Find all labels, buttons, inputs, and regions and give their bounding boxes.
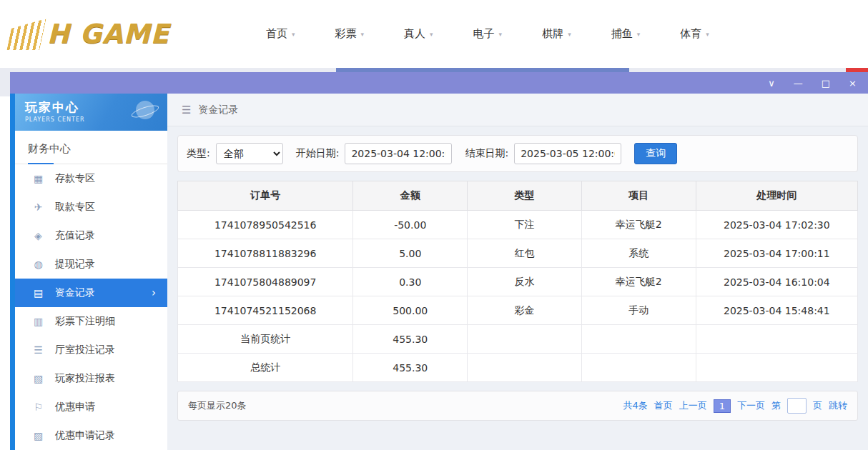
cell-project: 手动 [581, 296, 696, 325]
collapse-icon[interactable]: ∨ [768, 79, 775, 88]
close-icon[interactable]: × [849, 79, 857, 88]
first-page-link[interactable]: 首页 [654, 399, 673, 412]
chevron-down-icon: ▾ [568, 31, 571, 38]
table-header-row: 订单号 金额 类型 项目 处理时间 [178, 181, 858, 211]
deposit-icon: ▦ [32, 173, 44, 184]
prev-page-link[interactable]: 上一页 [679, 399, 707, 412]
table-row-total-summary: 总统计 455.30 [178, 354, 858, 382]
cell-amount: 500.00 [353, 296, 468, 325]
records-table: 订单号 金额 类型 项目 处理时间 1741078950542516 -50.0… [177, 181, 858, 382]
funds-record-icon: ▤ [32, 287, 44, 299]
cell-empty [468, 325, 582, 354]
filter-bar: 类型: 全部 开始日期: 结束日期: 查询 [177, 135, 858, 172]
cell-time: 2025-03-04 17:00:11 [696, 239, 857, 268]
cell-amount: -50.00 [353, 211, 468, 239]
current-page-button[interactable]: 1 [714, 399, 731, 413]
nav-label: 捕鱼 [611, 27, 633, 41]
withdrawal-record-icon: ◍ [32, 259, 44, 270]
next-page-link[interactable]: 下一页 [737, 399, 765, 412]
window-titlebar: ∨ — □ × [10, 72, 868, 94]
logo-bars-icon [6, 19, 46, 50]
sidebar-item-label: 厅室投注记录 [55, 344, 115, 356]
nav-item-fishing[interactable]: 捕鱼 ▾ [611, 27, 641, 41]
cell-order-no: 1741078950542516 [178, 211, 353, 239]
table-row-page-summary: 当前页统计 455.30 [178, 325, 858, 354]
start-date-input[interactable] [345, 143, 452, 164]
type-select[interactable]: 全部 [216, 143, 283, 164]
logo-text: H GAME [47, 19, 169, 49]
maximize-icon[interactable]: □ [822, 79, 830, 88]
chevron-down-icon: ▾ [430, 31, 433, 38]
cell-summary-label: 当前页统计 [178, 325, 353, 354]
nav-label: 棋牌 [542, 27, 563, 41]
chevron-down-icon: ▾ [292, 31, 295, 38]
cell-amount: 5.00 [353, 239, 468, 268]
total-count-text: 共4条 [623, 399, 647, 412]
page-title: 资金记录 [198, 104, 238, 116]
column-header-type: 类型 [468, 181, 582, 211]
end-date-input[interactable] [514, 143, 621, 164]
sidebar-item-room-bet-record[interactable]: ☰ 厅室投注记录 [15, 336, 167, 364]
cell-time: 2025-03-04 17:02:30 [696, 211, 857, 239]
nav-item-sports[interactable]: 体育 ▾ [680, 27, 709, 41]
column-header-time: 处理时间 [696, 181, 857, 211]
room-bet-record-icon: ☰ [32, 344, 44, 356]
table-row: 1741074521152068 500.00 彩金 手动 2025-03-04… [178, 296, 858, 325]
chevron-down-icon: ▾ [706, 31, 709, 38]
cell-empty [581, 325, 696, 354]
table-row: 1741078950542516 -50.00 下注 幸运飞艇2 2025-03… [178, 211, 858, 239]
sidebar-item-label: 优惠申请 [55, 401, 95, 414]
cell-summary-amount: 455.30 [353, 325, 468, 354]
sidebar-item-label: 充值记录 [55, 229, 95, 242]
player-bet-report-icon: ▧ [32, 373, 44, 384]
nav-label: 体育 [680, 27, 701, 41]
sidebar: 玩家中心 PLAYERS CENTER 财务中心 ▦ 存款专区 ✈ 取款专区 ◈… [10, 94, 167, 450]
type-label: 类型: [187, 147, 210, 160]
sidebar-item-deposit-zone[interactable]: ▦ 存款专区 [15, 164, 167, 193]
sidebar-item-withdrawal-record[interactable]: ◍ 提现记录 [15, 250, 167, 279]
cell-time: 2025-03-04 15:48:41 [696, 296, 857, 325]
table-row: 1741078811883296 5.00 红包 系统 2025-03-04 1… [178, 239, 858, 268]
cell-order-no: 1741074521152068 [178, 296, 353, 325]
chevron-down-icon: ▾ [361, 31, 365, 38]
sidebar-item-funds-record[interactable]: ▤ 资金记录 › [15, 279, 167, 307]
sidebar-item-label: 取款专区 [55, 201, 95, 214]
jump-button[interactable]: 跳转 [829, 399, 847, 412]
sidebar-header: 玩家中心 PLAYERS CENTER [15, 94, 167, 131]
column-header-amount: 金额 [353, 181, 468, 211]
cell-empty [696, 325, 857, 354]
pagination-controls: 共4条 首页 上一页 1 下一页 第 页 跳转 [623, 398, 847, 414]
sidebar-item-player-bet-report[interactable]: ▧ 玩家投注报表 [15, 364, 167, 393]
nav-item-cards[interactable]: 棋牌 ▾ [542, 27, 571, 41]
chevron-down-icon: ▾ [637, 31, 641, 38]
sidebar-item-withdraw-zone[interactable]: ✈ 取款专区 [15, 193, 167, 221]
nav-item-live[interactable]: 真人 ▾ [404, 27, 433, 41]
sidebar-item-label: 优惠申请记录 [55, 429, 115, 442]
nav-item-home[interactable]: 首页 ▾ [266, 27, 295, 41]
nav-item-lottery[interactable]: 彩票 ▾ [335, 27, 365, 41]
sidebar-section-title: 财务中心 [15, 131, 167, 164]
page-size-text: 每页显示20条 [188, 399, 247, 412]
cell-time: 2025-03-04 16:10:04 [696, 268, 857, 296]
nav-item-slots[interactable]: 电子 ▾ [473, 27, 503, 41]
nav-label: 首页 [266, 27, 287, 41]
hamburger-menu-icon[interactable]: ☰ [182, 104, 191, 116]
table-row: 1741075804889097 0.30 反水 幸运飞艇2 2025-03-0… [178, 268, 858, 296]
cell-empty [581, 354, 696, 382]
lottery-bet-detail-icon: ▥ [32, 316, 44, 327]
sidebar-item-promo-apply[interactable]: ⚐ 优惠申请 [15, 393, 167, 421]
cell-project: 幸运飞艇2 [581, 211, 696, 239]
breadcrumb: ☰ 资金记录 [167, 94, 868, 126]
minimize-icon[interactable]: — [794, 79, 803, 88]
chevron-right-icon: › [152, 286, 156, 299]
sidebar-item-lottery-bet-detail[interactable]: ▥ 彩票下注明细 [15, 307, 167, 336]
site-logo[interactable]: H GAME [10, 19, 225, 50]
sidebar-item-promo-apply-record[interactable]: ▨ 优惠申请记录 [15, 421, 167, 450]
query-button[interactable]: 查询 [634, 143, 677, 164]
sidebar-item-recharge-record[interactable]: ◈ 充值记录 [15, 221, 167, 250]
cell-summary-amount: 455.30 [353, 354, 468, 382]
page-jump-input[interactable] [787, 398, 807, 414]
records-table-panel: 订单号 金额 类型 项目 处理时间 1741078950542516 -50.0… [177, 181, 858, 382]
cell-order-no: 1741075804889097 [178, 268, 353, 296]
column-header-project: 项目 [581, 181, 696, 211]
